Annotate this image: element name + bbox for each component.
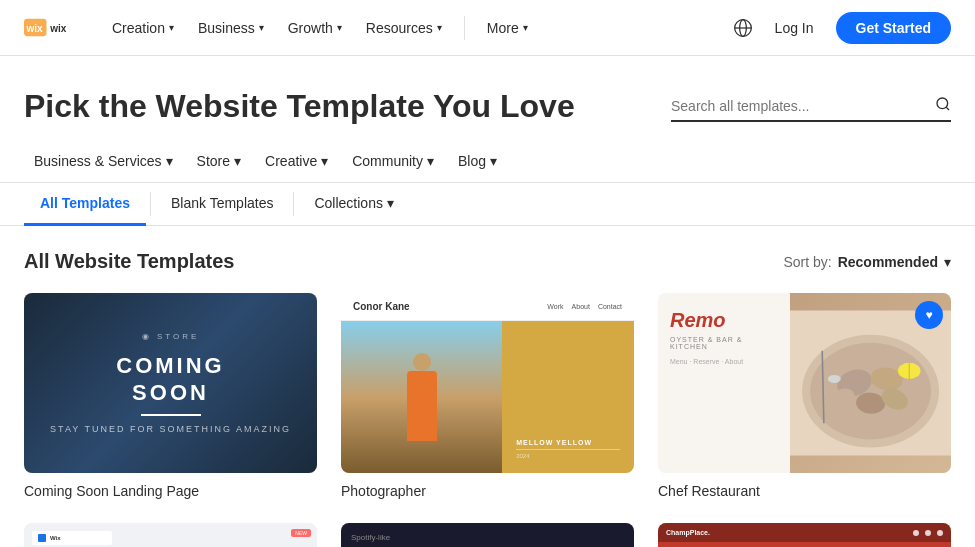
type-nav-divider [150, 192, 151, 216]
nav-more[interactable]: More ▾ [477, 14, 538, 42]
resto-tagline: OYSTER & BAR & KITCHEN [670, 336, 778, 350]
template-card-photographer[interactable]: Conor Kane Work About Contact [341, 293, 634, 499]
nav-more-label: More [487, 20, 519, 36]
template-name-coming-soon: Coming Soon Landing Page [24, 483, 317, 499]
restaurant-preview: Remo OYSTER & BAR & KITCHEN Menu · Reser… [658, 293, 951, 473]
type-collections[interactable]: Collections ▾ [298, 183, 409, 226]
cat-blog-chevron: ▾ [490, 153, 497, 169]
photographer-preview: Conor Kane Work About Contact [341, 293, 634, 473]
sort-label: Sort by: [783, 254, 831, 270]
login-button[interactable]: Log In [765, 14, 824, 42]
cat-community-chevron: ▾ [427, 153, 434, 169]
template-thumb-photographer: Conor Kane Work About Contact [341, 293, 634, 473]
cs-header: ◉ STORE [142, 332, 200, 341]
nav-resources-chevron: ▾ [437, 22, 442, 33]
cat-creative-label: Creative [265, 153, 317, 169]
photo-body: MELLOW YELLOW 2024 [341, 321, 634, 473]
svg-line-7 [946, 107, 949, 110]
card5-nav: Spotify-like [351, 533, 624, 542]
sort-value: Recommended [838, 254, 938, 270]
type-collections-label: Collections [314, 195, 382, 211]
nav-links: Creation ▾ Business ▾ Growth ▾ Resources… [102, 14, 733, 42]
svg-point-6 [937, 98, 948, 109]
search-box [671, 92, 951, 122]
cs-bar [141, 414, 201, 416]
get-started-button[interactable]: Get Started [836, 12, 951, 44]
resto-content: Remo OYSTER & BAR & KITCHEN Menu · Reser… [658, 293, 790, 473]
nav-right: Log In Get Started [733, 12, 951, 44]
section-title: All Website Templates [24, 250, 234, 273]
photo-nav-work: Work [547, 303, 563, 310]
svg-point-18 [828, 375, 841, 383]
photo-year: 2024 [516, 453, 620, 459]
logo[interactable]: wix wix [24, 17, 74, 39]
resto-logo: Remo [670, 309, 778, 332]
globe-button[interactable] [733, 18, 753, 38]
template-grid: ◉ STORE COMINGSOON STAY TUNED FOR SOMETH… [24, 293, 951, 547]
nav-growth-chevron: ▾ [337, 22, 342, 33]
template-thumb-coming-soon: ◉ STORE COMINGSOON STAY TUNED FOR SOMETH… [24, 293, 317, 473]
coming-soon-preview: ◉ STORE COMINGSOON STAY TUNED FOR SOMETH… [24, 293, 317, 473]
template-thumb-5: Spotify-like Spotify [341, 523, 634, 547]
template-name-photographer: Photographer [341, 483, 634, 499]
cat-business-chevron: ▾ [166, 153, 173, 169]
content-header: All Website Templates Sort by: Recommend… [24, 250, 951, 273]
category-nav: Business & Services ▾ Store ▾ Creative ▾… [0, 141, 975, 183]
template-card-4[interactable]: Wix NEW Loading... [24, 523, 317, 547]
photo-caption: MELLOW YELLOW [516, 439, 620, 446]
cat-store-label: Store [197, 153, 230, 169]
content-area: All Website Templates Sort by: Recommend… [0, 226, 975, 547]
sort-control[interactable]: Sort by: Recommended ▾ [783, 254, 951, 270]
svg-text:wix: wix [49, 22, 67, 33]
template-card-restaurant[interactable]: Remo OYSTER & BAR & KITCHEN Menu · Reser… [658, 293, 951, 499]
template-card-6[interactable]: ChampPlace. 🍾 CHAMPAGNE & WINE [658, 523, 951, 547]
type-blank-templates[interactable]: Blank Templates [155, 183, 289, 226]
type-nav: All Templates Blank Templates Collection… [0, 183, 975, 226]
cat-store-chevron: ▾ [234, 153, 241, 169]
nav-creation[interactable]: Creation ▾ [102, 14, 184, 42]
cat-store[interactable]: Store ▾ [187, 141, 251, 183]
photo-nav-contact: Contact [598, 303, 622, 310]
nav-business[interactable]: Business ▾ [188, 14, 274, 42]
type-all-templates[interactable]: All Templates [24, 183, 146, 226]
nav-resources-label: Resources [366, 20, 433, 36]
cat-community[interactable]: Community ▾ [342, 141, 444, 183]
cat-business-services[interactable]: Business & Services ▾ [24, 141, 183, 183]
template-thumb-restaurant: Remo OYSTER & BAR & KITCHEN Menu · Reser… [658, 293, 951, 473]
template-thumb-6: ChampPlace. 🍾 CHAMPAGNE & WINE [658, 523, 951, 547]
nav-creation-label: Creation [112, 20, 165, 36]
photo-right: MELLOW YELLOW 2024 [502, 321, 634, 473]
template-thumb-4: Wix NEW [24, 523, 317, 547]
cat-blog-label: Blog [458, 153, 486, 169]
template-card-coming-soon[interactable]: ◉ STORE COMINGSOON STAY TUNED FOR SOMETH… [24, 293, 317, 499]
nav-creation-chevron: ▾ [169, 22, 174, 33]
nav-more-chevron: ▾ [523, 22, 528, 33]
cat-creative[interactable]: Creative ▾ [255, 141, 338, 183]
type-nav-divider-2 [293, 192, 294, 216]
photo-nav: Work About Contact [547, 303, 622, 310]
cat-creative-chevron: ▾ [321, 153, 328, 169]
navbar: wix wix Creation ▾ Business ▾ Growth ▾ R… [0, 0, 975, 56]
search-icon[interactable] [935, 96, 951, 116]
nav-business-chevron: ▾ [259, 22, 264, 33]
page-title: Pick the Website Template You Love [24, 88, 575, 125]
photo-nav-about: About [572, 303, 590, 310]
nav-resources[interactable]: Resources ▾ [356, 14, 452, 42]
template-name-restaurant: Chef Restaurant [658, 483, 951, 499]
search-input[interactable] [671, 98, 927, 114]
cat-blog[interactable]: Blog ▾ [448, 141, 507, 183]
nav-growth[interactable]: Growth ▾ [278, 14, 352, 42]
photo-name: Conor Kane [353, 301, 410, 312]
photo-portrait [341, 321, 502, 473]
favorite-button[interactable]: ♥ [915, 301, 943, 329]
template-card-5[interactable]: Spotify-like Spotify Loading... [341, 523, 634, 547]
resto-nav: Menu · Reserve · About [670, 358, 778, 365]
cat-community-label: Community [352, 153, 423, 169]
cat-business-services-label: Business & Services [34, 153, 162, 169]
sort-chevron: ▾ [944, 254, 951, 270]
svg-point-10 [810, 343, 931, 440]
svg-text:wix: wix [26, 22, 44, 33]
type-collections-chevron: ▾ [387, 195, 394, 211]
cs-coming-soon-text: COMINGSOON [116, 353, 224, 406]
nav-growth-label: Growth [288, 20, 333, 36]
